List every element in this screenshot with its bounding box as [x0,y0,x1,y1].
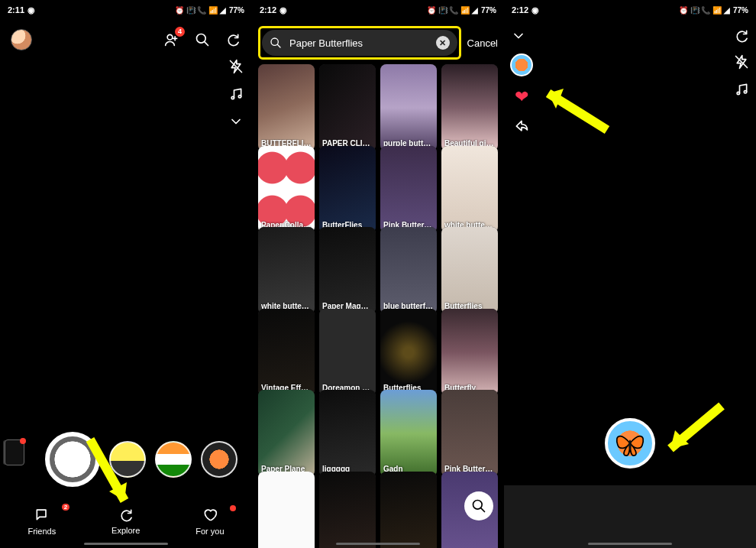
lens-result-item[interactable]: Beautiful girls [441,64,498,151]
status-time: 2:12 [512,5,528,15]
search-icon [270,37,282,49]
status-time: 2:11 [8,5,24,15]
lens-result-item[interactable]: Doreamon P… [319,309,376,396]
tab-explore[interactable]: Explore [111,507,140,535]
lens-result-item[interactable] [380,472,437,549]
status-app-icon: ◉ [531,5,539,15]
active-lens-button[interactable] [605,418,655,469]
bottom-panel [504,485,756,548]
lens-result-item[interactable]: white butter… [441,146,498,233]
tab-for-you[interactable]: For you [195,507,224,536]
status-bar: 2:11 ◉ ⏰ 📳 📞 📶 ◢ 77% [0,0,252,20]
status-time: 2:12 [260,5,276,15]
search-button[interactable] [194,31,211,48]
svg-point-6 [737,92,739,94]
status-bar: 2:12 ◉ ⏰ 📳 📞 📶 ◢ 77% [504,0,756,20]
add-friend-badge: 4 [175,27,185,37]
status-bar: 2:12 ◉ ⏰ 📳 📞 📶 ◢ 77% [252,0,504,20]
lens-thumb[interactable] [201,441,237,478]
lens-result-item[interactable]: BUTTERFLIES [258,64,315,151]
flip-camera-button[interactable] [225,31,241,48]
lens-result-item[interactable]: Paper Collage [258,146,315,233]
tab-friends[interactable]: 2 Friends [27,507,56,536]
flip-camera-button[interactable] [733,28,750,44]
collapse-chevron-icon[interactable] [510,28,527,44]
cancel-button[interactable]: Cancel [467,37,498,49]
camera-screen: 2:11 ◉ ⏰ 📳 📞 📶 ◢ 77% 4 [0,0,252,548]
lens-result-item[interactable]: purple butte… [380,64,437,151]
status-icons: ⏰ 📳 📞 📶 ◢ [427,6,478,15]
add-friend-button[interactable]: 4 [163,31,180,48]
lens-result-item[interactable] [258,472,315,549]
lens-result-item[interactable]: liggggg [319,390,376,477]
status-app-icon: ◉ [27,5,35,15]
share-icon[interactable] [513,118,530,135]
lens-result-item[interactable]: PAPER CLIP … [319,64,376,151]
status-battery: 77% [481,6,496,15]
status-battery: 77% [733,6,748,15]
svg-point-3 [238,96,241,98]
music-icon[interactable] [733,81,750,98]
lens-thumb[interactable] [109,441,146,478]
svg-point-2 [231,96,234,99]
search-fab[interactable] [464,491,493,520]
status-icons: ⏰ 📳 📞 📶 ◢ [679,6,730,15]
profile-avatar[interactable] [11,29,32,50]
search-input[interactable] [288,37,430,50]
lens-result-item[interactable]: Butterflies [441,227,498,314]
home-indicator [84,543,168,545]
annotation-arrow [657,401,725,462]
lens-result-item[interactable]: Butterflies [380,309,437,396]
flash-icon[interactable] [228,58,244,75]
lens-result-item[interactable]: white butter… [258,227,315,314]
lens-result-item[interactable]: Pink Butterfl… [380,146,437,233]
lens-result-item[interactable]: Paper Plane [258,390,315,477]
butterfly-icon [612,426,648,461]
lens-creator-avatar[interactable] [510,54,533,76]
lens-result-item[interactable]: blue butterfl… [380,227,437,314]
lens-result-item[interactable]: Paper Maga… [319,227,376,314]
favorite-heart-icon[interactable]: ❤ [515,87,528,107]
search-icon [471,498,486,514]
svg-point-0 [167,34,173,40]
status-battery: 77% [229,6,244,15]
lens-search-screen: 2:12 ◉ ⏰ 📳 📞 📶 ◢ 77% ✕ Cancel BUTTERFLIE… [252,0,504,548]
svg-point-8 [628,439,631,450]
status-icons: ⏰ 📳 📞 📶 ◢ [175,6,226,15]
lens-thumb[interactable] [155,441,192,478]
flash-icon[interactable] [733,54,750,70]
music-icon[interactable] [228,86,244,102]
lens-result-item[interactable] [319,472,376,549]
lens-carousel[interactable] [0,432,252,487]
lens-result-item[interactable]: Pink Butterfl… [441,390,498,477]
svg-point-7 [744,91,746,93]
search-highlight: ✕ [258,26,461,60]
search-box[interactable]: ✕ [262,30,457,56]
status-app-icon: ◉ [279,5,287,15]
more-tools-chevron[interactable] [228,113,244,130]
lens-result-item[interactable]: Gadn [380,390,437,477]
lens-result-item[interactable]: Butterfly [441,309,498,396]
lens-result-item[interactable]: Vintage Effect [258,309,315,396]
lens-result-item[interactable]: ButterFlies [319,146,376,233]
lens-preview-screen: 2:12 ◉ ⏰ 📳 📞 📶 ◢ 77% ❤ [504,0,756,548]
clear-search-icon[interactable]: ✕ [436,36,450,50]
home-indicator [588,543,672,545]
home-indicator [336,543,420,545]
shutter-button[interactable] [45,432,100,487]
lens-tabbar: 2 Friends Explore For you [0,494,252,548]
lens-result-grid[interactable]: BUTTERFLIESPAPER CLIP …purple butte…Beau… [258,64,498,548]
annotation-arrow [535,84,611,138]
